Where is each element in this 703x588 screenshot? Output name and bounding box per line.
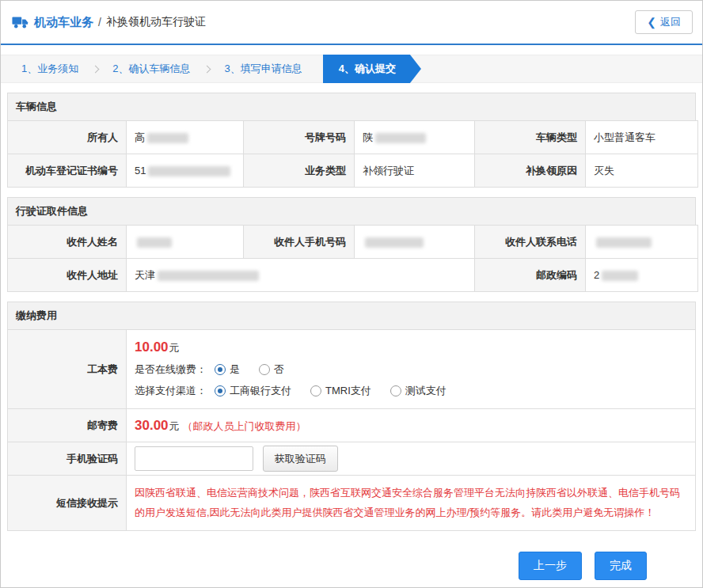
field-value-sms-notice: 因陕西省联通、电信运营商技术问题，陕西省互联网交通安全综合服务管理平台无法向持陕…: [127, 476, 696, 531]
redacted-value: [147, 133, 188, 143]
section-title-vehicle: 车辆信息: [7, 93, 696, 120]
online-pay-question: 是否在线缴费：: [135, 362, 207, 377]
field-label-vtype: 车辆类型: [475, 121, 586, 154]
redacted-value: [365, 237, 424, 248]
table-row: 工本费 10.00元 是否在线缴费： 是: [8, 330, 696, 409]
field-label-postage-fee: 邮寄费: [8, 409, 127, 442]
field-label-recipient-phone: 收件人联系电话: [475, 226, 586, 259]
vehicle-info-section: 车辆信息 所有人 高 号牌号码 陕 车辆类型 小型普通客车 机动车登记证书编号 …: [7, 93, 696, 188]
field-label-recipient-name: 收件人姓名: [8, 226, 127, 259]
pickup-info-table: 收件人姓名 收件人手机号码 收件人联系电话 收件人地址 天津 邮政编码 2: [7, 225, 698, 292]
radio-channel-test[interactable]: 测试支付: [390, 384, 446, 398]
field-value-postal-code: 2: [586, 259, 698, 292]
field-value-cert: 51: [127, 154, 244, 188]
field-label-recipient-address: 收件人地址: [8, 259, 127, 292]
section-title-fees: 缴纳费用: [7, 302, 696, 329]
field-label-owner: 所有人: [8, 121, 127, 154]
field-value-vtype: 小型普通客车: [586, 121, 698, 154]
back-button-label: 返回: [660, 15, 681, 29]
redacted-value: [158, 271, 259, 281]
field-value-postage-fee: 30.00元（邮政人员上门收取费用）: [127, 409, 696, 442]
field-label-recipient-mobile: 收件人手机号码: [244, 226, 355, 259]
page: 机动车业务 / 补换领机动车行驶证 ❮ 返回 1、业务须知 2、确认车辆信息 3…: [0, 0, 703, 588]
radio-online-yes[interactable]: 是: [215, 362, 240, 377]
radio-online-no[interactable]: 否: [259, 362, 284, 377]
field-label-production-fee: 工本费: [8, 330, 127, 409]
field-value-recipient-name: [127, 226, 244, 259]
section-title-pickup: 行驶证取件信息: [7, 197, 696, 225]
page-title-secondary: 补换领机动车行驶证: [106, 15, 206, 29]
field-value-recipient-mobile: [355, 226, 475, 259]
finish-button[interactable]: 完成: [595, 552, 647, 580]
step-item-3[interactable]: 3、填写申请信息: [211, 55, 314, 83]
field-value-recipient-phone: [586, 226, 698, 259]
production-fee-amount: 10.00元: [135, 340, 687, 355]
step-item-2[interactable]: 2、确认车辆信息: [100, 55, 203, 83]
field-label-sms-notice: 短信接收提示: [8, 476, 127, 531]
radio-unchecked-icon: [259, 364, 270, 375]
page-title-primary: 机动车业务: [34, 15, 93, 30]
table-row: 短信接收提示 因陕西省联通、电信运营商技术问题，陕西省互联网交通安全综合服务管理…: [8, 476, 696, 531]
online-pay-row: 是否在线缴费： 是 否: [135, 362, 687, 377]
pay-channel-question: 选择支付渠道：: [135, 384, 207, 398]
sms-notice-text: 因陕西省联通、电信运营商技术问题，陕西省互联网交通安全综合服务管理平台无法向持陕…: [135, 479, 687, 527]
radio-unchecked-icon: [310, 385, 321, 396]
redacted-value: [596, 237, 652, 248]
field-label-reason: 补换领原因: [475, 154, 586, 188]
redacted-value: [148, 166, 230, 176]
chevron-right-icon: [203, 65, 211, 73]
fees-section: 缴纳费用 工本费 10.00元 是否在线缴费：: [7, 302, 696, 531]
redacted-value: [137, 237, 172, 248]
truck-icon: [12, 16, 28, 29]
table-row: 收件人姓名 收件人手机号码 收件人联系电话: [8, 226, 698, 259]
get-code-button[interactable]: 获取验证码: [263, 446, 338, 472]
main-content: 车辆信息 所有人 高 号牌号码 陕 车辆类型 小型普通客车 机动车登记证书编号 …: [1, 83, 702, 580]
prev-step-button[interactable]: 上一步: [519, 552, 582, 580]
step-indicator: 1、业务须知 2、确认车辆信息 3、填写申请信息 4、确认提交: [1, 55, 702, 83]
radio-checked-icon: [215, 364, 226, 375]
radio-channel-icbc[interactable]: 工商银行支付: [215, 384, 291, 398]
footer-actions: 上一步 完成: [7, 541, 696, 580]
breadcrumb: 机动车业务 / 补换领机动车行驶证: [12, 15, 206, 30]
postage-fee-note: （邮政人员上门收取费用）: [183, 420, 306, 432]
radio-channel-tmri[interactable]: TMRI支付: [310, 384, 371, 398]
field-label-biz: 业务类型: [244, 154, 355, 188]
field-value-reason: 灭失: [586, 154, 698, 188]
field-value-plate: 陕: [355, 121, 475, 154]
table-row: 机动车登记证书编号 51 业务类型 补领行驶证 补换领原因 灭失: [8, 154, 698, 188]
radio-unchecked-icon: [390, 385, 401, 396]
header: 机动车业务 / 补换领机动车行驶证 ❮ 返回: [1, 1, 702, 45]
field-value-recipient-address: 天津: [127, 259, 475, 292]
sms-code-input[interactable]: [135, 446, 253, 471]
vehicle-info-table: 所有人 高 号牌号码 陕 车辆类型 小型普通客车 机动车登记证书编号 51 业务…: [7, 120, 698, 188]
chevron-right-icon: [92, 65, 100, 73]
table-row: 收件人地址 天津 邮政编码 2: [8, 259, 698, 292]
table-row: 手机验证码 获取验证码: [8, 442, 696, 476]
field-label-plate: 号牌号码: [244, 121, 355, 154]
fees-table: 工本费 10.00元 是否在线缴费： 是: [7, 329, 696, 531]
pay-channel-row: 选择支付渠道： 工商银行支付 TMRI支付 测试支付: [135, 384, 687, 398]
field-label-postal-code: 邮政编码: [475, 259, 586, 292]
field-value-production-fee: 10.00元 是否在线缴费： 是 否: [127, 330, 696, 409]
redacted-value: [602, 271, 638, 281]
field-value-biz: 补领行驶证: [355, 154, 475, 188]
field-label-sms-code: 手机验证码: [8, 442, 127, 476]
field-label-cert: 机动车登记证书编号: [8, 154, 127, 188]
title-separator: /: [98, 16, 101, 28]
table-row: 所有人 高 号牌号码 陕 车辆类型 小型普通客车: [8, 121, 698, 154]
pickup-info-section: 行驶证取件信息 收件人姓名 收件人手机号码 收件人联系电话 收件人地址 天津: [7, 197, 696, 292]
chevron-left-icon: ❮: [647, 17, 656, 28]
redacted-value: [375, 133, 426, 143]
step-item-4-active: 4、确认提交: [323, 55, 421, 83]
table-row: 邮寄费 30.00元（邮政人员上门收取费用）: [8, 409, 696, 442]
field-value-owner: 高: [127, 121, 244, 154]
radio-checked-icon: [215, 385, 226, 396]
field-value-sms-code: 获取验证码: [127, 442, 696, 476]
back-button[interactable]: ❮ 返回: [635, 10, 693, 34]
step-item-1[interactable]: 1、业务须知: [9, 55, 91, 83]
